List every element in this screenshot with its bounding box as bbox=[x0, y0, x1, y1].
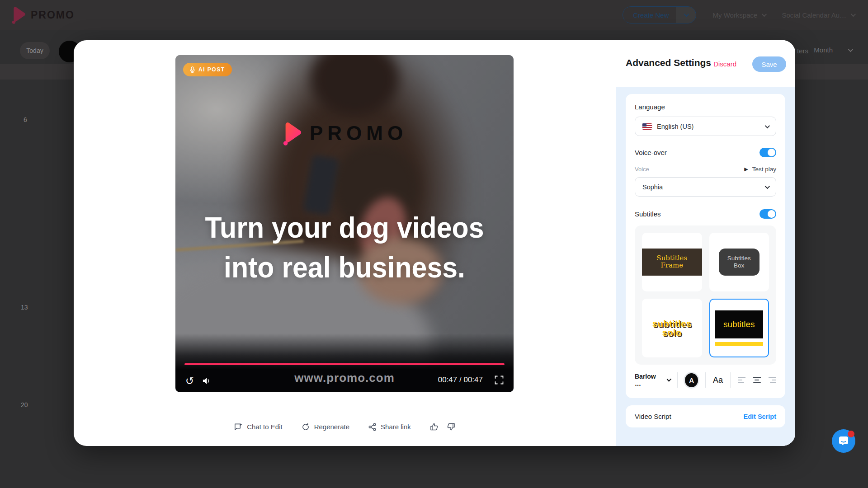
video-player[interactable]: AI POST PROMO Turn your dog videos into … bbox=[175, 55, 514, 392]
language-label: Language bbox=[635, 103, 776, 111]
subtitles-toggle[interactable] bbox=[760, 209, 776, 219]
voiceover-toggle[interactable] bbox=[760, 148, 776, 157]
subtitle-style-box[interactable]: Subtitles Box bbox=[709, 233, 769, 291]
video-script-label: Video Script bbox=[635, 413, 671, 420]
voice-value: Sophia bbox=[642, 183, 663, 191]
toolbar-divider bbox=[730, 372, 731, 388]
subtitle-frame-preview: Subtitles Frame bbox=[642, 249, 702, 276]
video-time-display: 00:47 / 00:47 bbox=[438, 375, 483, 385]
toolbar-divider bbox=[677, 372, 678, 388]
share-link-label: Share link bbox=[381, 423, 411, 431]
subtitle-box-text: Subtitles bbox=[727, 255, 751, 262]
chevron-down-icon bbox=[765, 123, 770, 128]
subtitle-solo-preview: subtitles solo bbox=[652, 319, 692, 337]
subtitle-box-text: Box bbox=[734, 262, 744, 269]
panel-body: Language English (US) Voice-over Voice ▶… bbox=[616, 87, 795, 446]
filters-label-partial[interactable]: ters bbox=[797, 47, 808, 55]
chevron-down-icon bbox=[667, 377, 672, 382]
subtitle-classic-preview: subtitles bbox=[715, 310, 763, 338]
voice-select[interactable]: Sophia bbox=[635, 177, 776, 197]
thumbs-down-button[interactable] bbox=[446, 422, 455, 431]
today-button[interactable]: Today bbox=[20, 42, 50, 59]
subtitles-label: Subtitles bbox=[635, 210, 661, 218]
us-flag-icon bbox=[642, 123, 652, 130]
font-color-button[interactable]: A bbox=[685, 373, 698, 387]
workspace-label: My Workspace bbox=[712, 11, 757, 19]
font-family-dropdown[interactable]: Barlow … bbox=[635, 373, 670, 387]
subtitle-style-grid: Subtitles Frame Subtitles Box subtitles bbox=[635, 225, 776, 365]
microphone-icon bbox=[190, 66, 195, 73]
subtitle-solo-text: solo bbox=[652, 328, 692, 337]
subtitle-classic-underline bbox=[715, 342, 763, 346]
language-select[interactable]: English (US) bbox=[635, 117, 776, 136]
chat-bubble-icon bbox=[838, 436, 849, 447]
language-value: English (US) bbox=[657, 123, 693, 130]
promo-watermark-icon bbox=[282, 121, 302, 145]
voice-label: Voice bbox=[635, 166, 649, 173]
project-label: Social Calendar Au… bbox=[782, 11, 846, 19]
top-navbar: PROMO Create New My Workspace Social Cal… bbox=[0, 0, 868, 30]
panel-title: Advanced Settings bbox=[626, 57, 711, 68]
fullscreen-button[interactable] bbox=[495, 375, 504, 385]
subtitle-style-solo[interactable]: subtitles solo bbox=[642, 299, 702, 357]
settings-card: Language English (US) Voice-over Voice ▶… bbox=[626, 94, 785, 398]
test-play-button[interactable]: ▶ Test play bbox=[744, 166, 776, 173]
subtitle-style-frame[interactable]: Subtitles Frame bbox=[642, 233, 702, 291]
video-control-bar: ↺ www.promo.com 00:47 / 00:47 bbox=[175, 333, 514, 392]
align-left-button[interactable] bbox=[738, 377, 745, 383]
workspace-dropdown[interactable]: My Workspace bbox=[712, 11, 765, 19]
chevron-down-icon bbox=[684, 12, 689, 17]
subtitle-box-preview: Subtitles Box bbox=[719, 249, 760, 276]
promo-watermark-text: PROMO bbox=[310, 122, 407, 145]
thumbs-up-button[interactable] bbox=[430, 422, 439, 431]
font-case-button[interactable]: Aa bbox=[713, 375, 723, 385]
subtitle-classic-text: subtitles bbox=[723, 319, 755, 329]
font-family-value: Barlow … bbox=[635, 373, 661, 387]
align-center-button[interactable] bbox=[753, 377, 761, 383]
promo-logo-icon bbox=[11, 6, 26, 24]
create-new-label: Create New bbox=[623, 11, 676, 19]
project-dropdown[interactable]: Social Calendar Au… bbox=[782, 11, 854, 19]
chat-to-edit-button[interactable]: Chat to Edit bbox=[234, 423, 282, 431]
ai-post-label: AI POST bbox=[198, 66, 225, 73]
subtitle-frame-text: Frame bbox=[660, 262, 683, 269]
chevron-down-icon bbox=[851, 12, 856, 17]
regenerate-icon bbox=[302, 423, 310, 431]
video-headline: Turn your dog videos into real business. bbox=[184, 208, 505, 288]
play-icon: ▶ bbox=[744, 166, 748, 172]
edit-script-button[interactable]: Edit Script bbox=[743, 413, 776, 420]
regenerate-button[interactable]: Regenerate bbox=[302, 423, 349, 431]
chevron-down-icon bbox=[762, 12, 767, 17]
calendar-day-number: 13 bbox=[21, 304, 28, 311]
regenerate-label: Regenerate bbox=[314, 423, 349, 431]
chat-edit-icon bbox=[234, 423, 243, 431]
headline-line2: into real business. bbox=[184, 248, 505, 287]
share-icon bbox=[368, 423, 377, 431]
discard-button[interactable]: Discard bbox=[713, 60, 736, 68]
video-progress-bar[interactable] bbox=[184, 363, 505, 365]
subtitle-font-toolbar: Barlow … A Aa bbox=[635, 371, 776, 389]
headline-line1: Turn your dog videos bbox=[184, 208, 505, 248]
video-preview-modal: AI POST PROMO Turn your dog videos into … bbox=[74, 40, 795, 446]
video-script-card: Video Script Edit Script bbox=[626, 405, 785, 427]
advanced-settings-panel: Advanced Settings Discard Save Language … bbox=[616, 40, 795, 446]
panel-header: Advanced Settings Discard Save bbox=[616, 40, 795, 87]
toolbar-divider bbox=[705, 372, 706, 388]
promo-logo[interactable]: PROMO bbox=[11, 6, 75, 24]
promo-watermark: PROMO bbox=[175, 121, 514, 145]
brand-text: PROMO bbox=[31, 9, 75, 21]
month-label: Month bbox=[814, 46, 833, 54]
subtitle-style-classic-selected[interactable]: subtitles bbox=[709, 299, 769, 357]
test-play-label: Test play bbox=[752, 166, 776, 173]
share-link-button[interactable]: Share link bbox=[368, 423, 411, 431]
subtitle-solo-text: subtitles bbox=[652, 319, 692, 328]
save-button[interactable]: Save bbox=[752, 56, 786, 72]
voiceover-label: Voice-over bbox=[635, 149, 667, 156]
create-new-button[interactable]: Create New bbox=[623, 6, 696, 23]
month-dropdown[interactable]: Month bbox=[814, 46, 852, 54]
chevron-down-icon bbox=[765, 183, 770, 188]
ai-post-badge: AI POST bbox=[183, 63, 232, 76]
chevron-down-icon bbox=[848, 47, 853, 52]
create-new-dropdown[interactable] bbox=[676, 7, 696, 23]
align-right-button[interactable] bbox=[769, 377, 776, 383]
